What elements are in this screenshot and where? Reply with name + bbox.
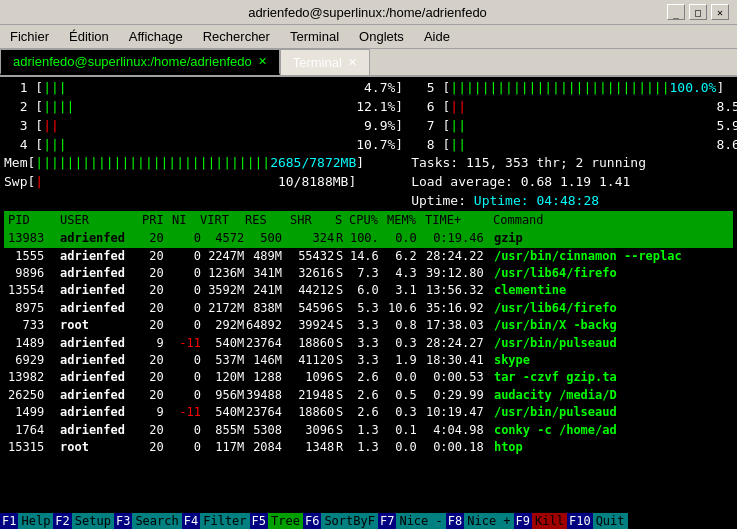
col-time: TIME+ xyxy=(425,212,493,229)
table-row[interactable]: 13983adrienfed 20 0 4572 500 324R100. 0.… xyxy=(4,230,733,247)
table-row[interactable]: 1499adrienfed 9 -11 540M23764 18860S 2.6… xyxy=(4,404,733,421)
fkey-f7[interactable]: F7Nice - xyxy=(378,513,446,529)
fkey-f5[interactable]: F5Tree xyxy=(250,513,303,529)
cpu2-line: 2 [|||| 12.1%] xyxy=(4,98,403,117)
maximize-button[interactable]: □ xyxy=(689,4,707,20)
col-cmd: Command xyxy=(493,212,544,229)
process-list: 13983adrienfed 20 0 4572 500 324R100. 0.… xyxy=(4,230,733,456)
table-row[interactable]: 15315root 20 0 117M 2084 1348R 1.3 0.0 0… xyxy=(4,439,733,456)
col-user: USER xyxy=(60,212,142,229)
table-row[interactable]: 13554adrienfed 20 0 3592M 241M 44212S 6.… xyxy=(4,282,733,299)
col-cpu: CPU% xyxy=(349,212,387,229)
fkey-f8[interactable]: F8Nice + xyxy=(446,513,514,529)
menu-item-affichage[interactable]: Affichage xyxy=(123,27,189,46)
tab-close-0[interactable]: ✕ xyxy=(258,55,267,68)
col-s: S xyxy=(335,212,349,229)
cpu-stats-right: 5 [||||||||||||||||||||||||||||100.0%] 6… xyxy=(411,79,737,211)
cpu1-line: 1 [||| 4.7%] xyxy=(4,79,403,98)
fkey-f1[interactable]: F1Help xyxy=(0,513,53,529)
menu-item-rechercher[interactable]: Rechercher xyxy=(197,27,276,46)
tab-close-1[interactable]: ✕ xyxy=(348,56,357,69)
window-title: adrienfedo@superlinux:/home/adrienfedo xyxy=(68,5,667,20)
minimize-button[interactable]: _ xyxy=(667,4,685,20)
cpu-stats-left: 1 [||| 4.7%] 2 [|||| 12.1%] 3 [|| 9.9%] … xyxy=(4,79,411,211)
table-row[interactable]: 1489adrienfed 9 -11 540M23764 18860S 3.3… xyxy=(4,335,733,352)
fkey-f9[interactable]: F9Kill xyxy=(514,513,567,529)
col-pid: PID xyxy=(8,212,60,229)
window-controls[interactable]: _ □ ✕ xyxy=(667,4,729,20)
terminal-content: 1 [||| 4.7%] 2 [|||| 12.1%] 3 [|| 9.9%] … xyxy=(0,77,737,458)
stats-area: 1 [||| 4.7%] 2 [|||| 12.1%] 3 [|| 9.9%] … xyxy=(4,79,733,211)
cpu8-line: 8 [|| 8.6%] xyxy=(411,136,737,155)
fkey-f3[interactable]: F3Search xyxy=(114,513,182,529)
table-row[interactable]: 733root 20 0 292M64892 39924S 3.3 0.817:… xyxy=(4,317,733,334)
table-row[interactable]: 1764adrienfed 20 0 855M 5308 3096S 1.3 0… xyxy=(4,422,733,439)
col-mem: MEM% xyxy=(387,212,425,229)
menu-item-fichier[interactable]: Fichier xyxy=(4,27,55,46)
fkey-f6[interactable]: F6SortByF xyxy=(303,513,378,529)
cpu3-line: 3 [|| 9.9%] xyxy=(4,117,403,136)
mem-line: Mem[||||||||||||||||||||||||||||||2685/7… xyxy=(4,154,403,173)
uptime-line: Uptime: Uptime: 04:48:28 xyxy=(411,192,737,211)
cpu4-line: 4 [||| 10.7%] xyxy=(4,136,403,155)
fkey-f2[interactable]: F2Setup xyxy=(53,513,114,529)
loadavg-line: Load average: 0.68 1.19 1.41 xyxy=(411,173,737,192)
table-row[interactable]: 8975adrienfed 20 0 2172M 838M 54596S 5.3… xyxy=(4,300,733,317)
cpu6-line: 6 [|| 8.5%] xyxy=(411,98,737,117)
col-shr: SHR xyxy=(290,212,335,229)
fkey-f10[interactable]: F10Quit xyxy=(567,513,628,529)
close-button[interactable]: ✕ xyxy=(711,4,729,20)
table-header: PID USER PRI NI VIRT RES SHR S CPU% MEM%… xyxy=(4,211,733,230)
fkey-f4[interactable]: F4Filter xyxy=(182,513,250,529)
table-row[interactable]: 26250adrienfed 20 0 956M39488 21948S 2.6… xyxy=(4,387,733,404)
table-row[interactable]: 13982adrienfed 20 0 120M 1288 1096S 2.6 … xyxy=(4,369,733,386)
menu-bar: FichierÉditionAffichageRechercherTermina… xyxy=(0,25,737,49)
cpu7-line: 7 [|| 5.9%] xyxy=(411,117,737,136)
cpu5-line: 5 [||||||||||||||||||||||||||||100.0%] xyxy=(411,79,737,98)
title-bar: adrienfedo@superlinux:/home/adrienfedo _… xyxy=(0,0,737,25)
tab-bar: adrienfedo@superlinux:/home/adrienfedo✕T… xyxy=(0,49,737,77)
table-row[interactable]: 6929adrienfed 20 0 537M 146M 41120S 3.3 … xyxy=(4,352,733,369)
col-pri: PRI xyxy=(142,212,172,229)
table-row[interactable]: 1555adrienfed 20 0 2247M 489M 55432S14.6… xyxy=(4,248,733,265)
table-row[interactable]: 9896adrienfed 20 0 1236M 341M 32616S 7.3… xyxy=(4,265,733,282)
col-res: RES xyxy=(245,212,290,229)
tab-0[interactable]: adrienfedo@superlinux:/home/adrienfedo✕ xyxy=(0,49,280,75)
menu-item-aide[interactable]: Aide xyxy=(418,27,456,46)
swp-line: Swp[| 10/8188MB] xyxy=(4,173,403,192)
menu-item-édition[interactable]: Édition xyxy=(63,27,115,46)
bottom-bar: F1HelpF2SetupF3SearchF4FilterF5TreeF6Sor… xyxy=(0,513,737,529)
tab-1[interactable]: Terminal✕ xyxy=(280,49,370,75)
menu-item-onglets[interactable]: Onglets xyxy=(353,27,410,46)
tasks-line: Tasks: 115, 353 thr; 2 running xyxy=(411,154,737,173)
menu-item-terminal[interactable]: Terminal xyxy=(284,27,345,46)
col-ni: NI xyxy=(172,212,200,229)
col-virt: VIRT xyxy=(200,212,245,229)
